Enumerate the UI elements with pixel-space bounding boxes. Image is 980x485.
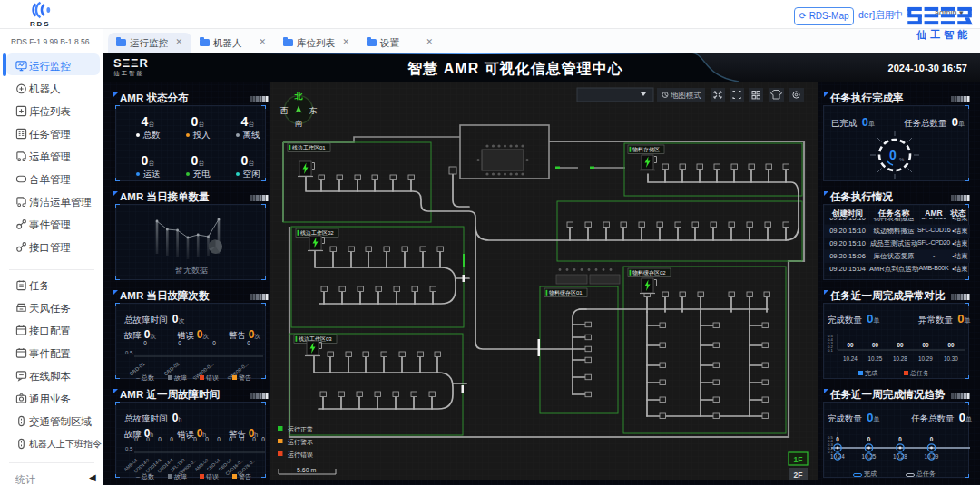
svg-text:10.28: 10.28 (893, 453, 907, 460)
svg-text:0: 0 (170, 436, 173, 442)
svg-text:0: 0 (252, 436, 256, 442)
svg-text:1F: 1F (794, 455, 803, 464)
svg-text:运行正常: 运行正常 (288, 426, 313, 433)
svg-text:00: 00 (847, 342, 854, 348)
svg-text:地图模式: 地图模式 (670, 91, 701, 100)
svg-text:0: 0 (193, 436, 197, 442)
svg-text:10.29: 10.29 (925, 453, 939, 460)
svg-text:物料缓存区01: 物料缓存区01 (549, 289, 583, 296)
svg-text:00: 00 (922, 342, 929, 348)
svg-text:运行错误: 运行错误 (288, 451, 313, 459)
svg-text:10.29: 10.29 (918, 355, 933, 362)
svg-text:0: 0 (889, 148, 897, 162)
svg-text:0: 0 (158, 436, 162, 442)
svg-text:北: 北 (294, 92, 304, 101)
svg-text:10.24: 10.24 (843, 355, 858, 362)
svg-text:0: 0 (240, 436, 244, 442)
svg-text:0: 0 (205, 436, 209, 442)
svg-text:10.25: 10.25 (868, 355, 883, 362)
svg-text:0: 0 (178, 340, 181, 346)
svg-text:0: 0 (217, 436, 220, 442)
svg-text:0: 0 (181, 436, 185, 442)
svg-text:10.28: 10.28 (893, 355, 907, 362)
svg-text:0: 0 (143, 340, 147, 346)
svg-text:0: 0 (146, 436, 150, 442)
svg-text:0: 0 (261, 436, 265, 442)
svg-text:物料缓存区02: 物料缓存区02 (632, 269, 666, 276)
svg-text:0.5: 0.5 (125, 446, 133, 451)
svg-text:0: 0 (212, 340, 216, 346)
svg-text:运行警示: 运行警示 (288, 439, 313, 446)
svg-text:线边工作区01: 线边工作区01 (292, 144, 326, 151)
svg-text:0: 0 (134, 436, 138, 442)
svg-text:0: 0 (898, 436, 902, 442)
svg-text:00: 00 (947, 342, 955, 348)
svg-text:0.1: 0.1 (828, 348, 833, 353)
svg-text:南: 南 (295, 119, 303, 128)
svg-text:0: 0 (229, 436, 232, 442)
svg-text:西: 西 (280, 106, 289, 115)
svg-text:0: 0 (247, 340, 250, 346)
svg-text:2F: 2F (794, 470, 803, 480)
svg-text:00: 00 (872, 342, 879, 348)
svg-text:0: 0 (836, 436, 839, 442)
svg-text:0: 0 (930, 436, 934, 442)
svg-text:%: % (899, 157, 905, 162)
svg-text:0.5: 0.5 (125, 350, 133, 355)
svg-text:物料存储区: 物料存储区 (632, 146, 660, 153)
svg-text:10.25: 10.25 (862, 453, 877, 460)
svg-text:0: 0 (867, 436, 871, 442)
svg-text:10.24: 10.24 (830, 453, 845, 460)
svg-text:5.60 m: 5.60 m (297, 467, 317, 473)
svg-text:东: 东 (309, 106, 318, 115)
svg-text:00: 00 (897, 342, 904, 348)
svg-text:10.30: 10.30 (944, 355, 958, 362)
